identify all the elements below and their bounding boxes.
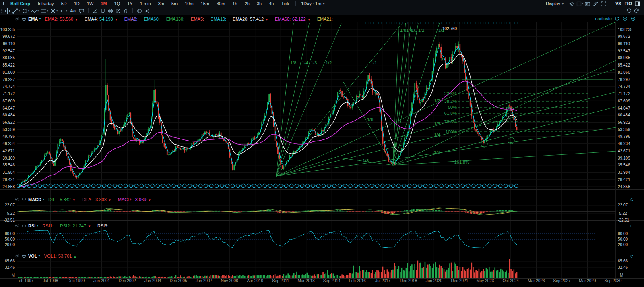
svg-text:1/8: 1/8 <box>363 158 369 163</box>
fio-button[interactable]: FIO <box>625 1 632 6</box>
period-button-1d[interactable]: 1D <box>70 0 83 7</box>
svg-text:1/3: 1/3 <box>311 60 317 65</box>
magnet-tool[interactable] <box>100 8 106 14</box>
macd-item-macd[interactable]: MACD:-3.069▼ <box>118 197 151 202</box>
period-button-30m[interactable]: 30m <box>213 0 229 7</box>
undo-icon[interactable] <box>625 8 633 14</box>
symbol-name[interactable]: Ball Corp <box>10 1 30 6</box>
timeframe-value: 1Day : 1m <box>301 1 321 6</box>
angle-tool[interactable] <box>92 8 98 14</box>
vol-name[interactable]: VOL <box>28 254 37 258</box>
svg-text:35.546: 35.546 <box>2 163 15 167</box>
period-button-10m[interactable]: 10m <box>181 0 197 7</box>
period-button-1m[interactable]: 1M <box>97 0 110 7</box>
zoom-out-icon[interactable] <box>622 16 628 21</box>
ema-item-ema60[interactable]: EMA60: <box>144 17 160 21</box>
vol-collapse-control[interactable] <box>629 254 634 259</box>
period-button-3m[interactable]: 3m <box>155 0 168 7</box>
svg-text:56.922: 56.922 <box>618 120 630 125</box>
display-menu-button[interactable]: Display ▾ <box>546 1 564 6</box>
fib-tool[interactable]: ▾ <box>41 8 49 14</box>
vol-item-vol1[interactable]: VOL1:53.701▲ <box>44 254 77 258</box>
gear-icon[interactable] <box>14 223 21 229</box>
trendline-tool[interactable]: ▾ <box>12 8 20 14</box>
svg-text:31.984: 31.984 <box>618 170 630 175</box>
timeframe-selector[interactable]: 1Day : 1m ▾ <box>299 1 327 6</box>
reset-zoom-icon[interactable] <box>614 16 620 21</box>
macd-collapse-control[interactable] <box>629 197 634 202</box>
chart-canvas[interactable]: 1/81/41/31/21/11/21/31/41/81/81/41/31/21… <box>0 0 644 287</box>
ema-item-ema20[interactable]: EMA20:57.412▼ <box>233 17 268 21</box>
camera-icon[interactable] <box>584 0 592 7</box>
svg-text:1/8: 1/8 <box>367 117 373 122</box>
period-button-1y[interactable]: 1Y <box>124 0 136 7</box>
period-button-tick[interactable]: Tick <box>277 0 293 7</box>
fullscreen-icon[interactable] <box>600 0 608 7</box>
close-icon[interactable] <box>21 253 27 259</box>
period-button-1min[interactable]: 1 min <box>136 0 155 7</box>
period-button-1h[interactable]: 1h <box>229 0 241 7</box>
ema-item-ema2[interactable]: EMA2:53.560▼ <box>45 17 78 21</box>
macd-item-dif[interactable]: DIF:-5.342▼ <box>48 197 76 202</box>
rsi-name[interactable]: RSI <box>28 223 35 228</box>
period-button-15m[interactable]: 15m <box>197 0 213 7</box>
gann-tool[interactable]: ▾ <box>50 8 58 14</box>
gear-icon[interactable] <box>14 16 21 22</box>
chevron-down-icon: ▾ <box>37 224 38 227</box>
adjust-mode-label[interactable]: nadjuste <box>595 16 612 21</box>
window-icon[interactable] <box>0 0 8 7</box>
tool-settings[interactable] <box>144 8 150 14</box>
panel-toggle-icon[interactable] <box>634 0 642 7</box>
period-button-1q[interactable]: 1Q <box>111 0 124 7</box>
settings-gear-icon[interactable] <box>568 0 576 7</box>
ema-item-ema5[interactable]: EMA5: <box>191 17 204 21</box>
close-icon[interactable] <box>21 16 27 22</box>
period-button-5d[interactable]: 5D <box>58 0 70 7</box>
period-button-intraday[interactable]: Intraday <box>34 0 58 7</box>
gear-icon[interactable] <box>14 253 21 259</box>
wave-tool[interactable]: ▾ <box>31 8 39 14</box>
move-tool[interactable] <box>4 8 10 14</box>
arrow-tool[interactable]: ▾ <box>60 8 68 14</box>
period-button-5m[interactable]: 5m <box>168 0 181 7</box>
shape-tool[interactable]: ▾ <box>22 8 30 14</box>
gear-icon[interactable] <box>14 196 21 202</box>
rsi-item-rsi1[interactable]: RSI1: <box>42 223 54 228</box>
toolbar-grip[interactable] <box>1 9 2 13</box>
zoom-in-icon[interactable] <box>630 16 636 21</box>
ema-name[interactable]: EMA <box>28 17 38 21</box>
ema-item-ema4[interactable]: EMA4:54.198▼ <box>85 17 118 21</box>
callout-tool[interactable] <box>78 8 85 14</box>
period-button-2h[interactable]: 2h <box>241 0 253 7</box>
svg-text:Mar 2026: Mar 2026 <box>528 279 545 283</box>
svg-text:38.2%: 38.2% <box>444 99 457 104</box>
ema-item-ema130[interactable]: EMA130: <box>166 17 184 21</box>
svg-text:Sep 2011: Sep 2011 <box>272 279 289 283</box>
vs-button[interactable]: VS <box>615 1 621 6</box>
redo-icon[interactable] <box>633 8 641 14</box>
macd-name[interactable]: MACD <box>28 197 41 202</box>
period-button-1w[interactable]: 1W <box>83 0 97 7</box>
layout-frame-icon[interactable]: ▾ <box>576 0 584 7</box>
compare-tool[interactable] <box>136 8 142 14</box>
ema-item-ema8[interactable]: EMA8: <box>124 17 138 21</box>
visibility-tool[interactable] <box>107 8 114 14</box>
trash-tool[interactable] <box>123 8 129 14</box>
ema-item-ema10[interactable]: EMA10: <box>211 17 226 21</box>
rsi-collapse-control[interactable] <box>629 223 634 229</box>
macd-item-dea[interactable]: DEA:-3.808▼ <box>82 197 111 202</box>
lock-tool[interactable] <box>115 8 121 14</box>
pencil-icon[interactable] <box>592 0 600 7</box>
close-icon[interactable] <box>21 196 27 202</box>
period-button-3h[interactable]: 3h <box>253 0 265 7</box>
chevron-down-icon: ▾ <box>39 17 41 21</box>
svg-text:1/2: 1/2 <box>418 28 424 33</box>
text-tool[interactable]: Aa <box>69 8 77 13</box>
rsi-item-rsi2[interactable]: RSI2:21.247▼ <box>60 223 91 228</box>
period-button-4h[interactable]: 4h <box>265 0 277 7</box>
svg-text:65.66: 65.66 <box>5 259 15 263</box>
ema-item-ema60[interactable]: EMA60:62.122▼ <box>275 17 311 21</box>
ema-item-ema21[interactable]: EMA21: <box>317 17 333 21</box>
rsi-item-rsi3[interactable]: RSI3: <box>97 223 109 228</box>
close-icon[interactable] <box>21 223 27 229</box>
